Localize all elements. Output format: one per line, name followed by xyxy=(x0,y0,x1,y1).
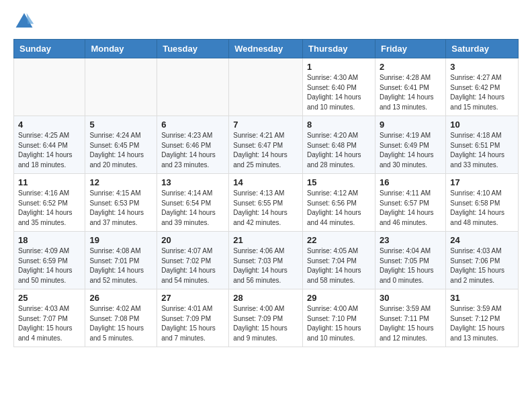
day-number: 23 xyxy=(380,235,441,245)
day-number: 3 xyxy=(450,62,514,72)
day-info: Sunrise: 4:27 AM Sunset: 6:42 PM Dayligh… xyxy=(450,73,514,112)
day-number: 19 xyxy=(89,235,152,245)
day-number: 24 xyxy=(450,235,514,245)
calendar-cell: 18Sunrise: 4:09 AM Sunset: 6:59 PM Dayli… xyxy=(14,232,85,289)
calendar-cell: 24Sunrise: 4:03 AM Sunset: 7:06 PM Dayli… xyxy=(446,232,519,289)
weekday-header: Thursday xyxy=(303,40,375,58)
calendar-cell: 12Sunrise: 4:15 AM Sunset: 6:53 PM Dayli… xyxy=(85,174,157,232)
calendar-cell: 19Sunrise: 4:08 AM Sunset: 7:01 PM Dayli… xyxy=(85,232,157,289)
weekday-header: Friday xyxy=(375,40,445,58)
calendar-week-row: 11Sunrise: 4:16 AM Sunset: 6:52 PM Dayli… xyxy=(14,174,519,232)
day-info: Sunrise: 4:10 AM Sunset: 6:58 PM Dayligh… xyxy=(450,189,514,228)
calendar-cell: 14Sunrise: 4:13 AM Sunset: 6:55 PM Dayli… xyxy=(229,174,303,232)
day-number: 30 xyxy=(380,293,441,303)
calendar-cell: 16Sunrise: 4:11 AM Sunset: 6:57 PM Dayli… xyxy=(375,174,445,232)
day-info: Sunrise: 4:28 AM Sunset: 6:41 PM Dayligh… xyxy=(380,73,441,112)
day-number: 11 xyxy=(18,177,81,187)
day-number: 5 xyxy=(89,120,152,130)
weekday-header: Tuesday xyxy=(157,40,229,58)
logo xyxy=(13,11,38,32)
day-info: Sunrise: 4:18 AM Sunset: 6:51 PM Dayligh… xyxy=(450,131,514,170)
day-info: Sunrise: 4:30 AM Sunset: 6:40 PM Dayligh… xyxy=(307,73,371,112)
day-info: Sunrise: 4:07 AM Sunset: 7:02 PM Dayligh… xyxy=(161,246,224,285)
day-info: Sunrise: 4:24 AM Sunset: 6:45 PM Dayligh… xyxy=(89,131,152,170)
day-info: Sunrise: 4:25 AM Sunset: 6:44 PM Dayligh… xyxy=(18,131,81,170)
day-info: Sunrise: 4:01 AM Sunset: 7:09 PM Dayligh… xyxy=(161,304,224,343)
calendar-cell: 15Sunrise: 4:12 AM Sunset: 6:56 PM Dayli… xyxy=(303,174,375,232)
day-number: 16 xyxy=(380,177,441,187)
day-info: Sunrise: 4:12 AM Sunset: 6:56 PM Dayligh… xyxy=(307,189,371,228)
calendar-cell: 27Sunrise: 4:01 AM Sunset: 7:09 PM Dayli… xyxy=(157,289,229,347)
day-info: Sunrise: 4:09 AM Sunset: 6:59 PM Dayligh… xyxy=(18,246,81,285)
day-info: Sunrise: 3:59 AM Sunset: 7:11 PM Dayligh… xyxy=(380,304,441,343)
calendar-header-row: SundayMondayTuesdayWednesdayThursdayFrid… xyxy=(14,40,519,58)
calendar-cell: 17Sunrise: 4:10 AM Sunset: 6:58 PM Dayli… xyxy=(446,174,519,232)
day-info: Sunrise: 4:13 AM Sunset: 6:55 PM Dayligh… xyxy=(233,189,298,228)
day-number: 27 xyxy=(161,293,224,303)
calendar-cell xyxy=(229,58,303,116)
calendar-cell: 29Sunrise: 4:00 AM Sunset: 7:10 PM Dayli… xyxy=(303,289,375,347)
calendar-cell: 31Sunrise: 3:59 AM Sunset: 7:12 PM Dayli… xyxy=(446,289,519,347)
day-info: Sunrise: 4:15 AM Sunset: 6:53 PM Dayligh… xyxy=(89,189,152,228)
svg-marker-1 xyxy=(27,13,34,24)
day-info: Sunrise: 4:06 AM Sunset: 7:03 PM Dayligh… xyxy=(233,246,298,285)
page: SundayMondayTuesdayWednesdayThursdayFrid… xyxy=(0,0,532,411)
day-number: 20 xyxy=(161,235,224,245)
day-number: 15 xyxy=(307,177,371,187)
calendar-cell xyxy=(85,58,157,116)
weekday-header: Wednesday xyxy=(229,40,303,58)
calendar-week-row: 4Sunrise: 4:25 AM Sunset: 6:44 PM Daylig… xyxy=(14,116,519,174)
weekday-header: Saturday xyxy=(446,40,519,58)
calendar-cell: 7Sunrise: 4:21 AM Sunset: 6:47 PM Daylig… xyxy=(229,116,303,174)
calendar-cell xyxy=(157,58,229,116)
day-info: Sunrise: 4:03 AM Sunset: 7:06 PM Dayligh… xyxy=(450,246,514,285)
day-info: Sunrise: 4:02 AM Sunset: 7:08 PM Dayligh… xyxy=(89,304,152,343)
calendar-cell: 25Sunrise: 4:03 AM Sunset: 7:07 PM Dayli… xyxy=(14,289,85,347)
calendar-cell: 8Sunrise: 4:20 AM Sunset: 6:48 PM Daylig… xyxy=(303,116,375,174)
day-number: 10 xyxy=(450,120,514,130)
day-info: Sunrise: 4:00 AM Sunset: 7:09 PM Dayligh… xyxy=(233,304,298,343)
day-info: Sunrise: 4:03 AM Sunset: 7:07 PM Dayligh… xyxy=(18,304,81,343)
day-info: Sunrise: 4:23 AM Sunset: 6:46 PM Dayligh… xyxy=(161,131,224,170)
day-number: 14 xyxy=(233,177,298,187)
weekday-header: Monday xyxy=(85,40,157,58)
calendar-cell: 9Sunrise: 4:19 AM Sunset: 6:49 PM Daylig… xyxy=(375,116,445,174)
calendar-week-row: 18Sunrise: 4:09 AM Sunset: 6:59 PM Dayli… xyxy=(14,232,519,289)
day-number: 7 xyxy=(233,120,298,130)
calendar-cell: 2Sunrise: 4:28 AM Sunset: 6:41 PM Daylig… xyxy=(375,58,445,116)
calendar-cell: 21Sunrise: 4:06 AM Sunset: 7:03 PM Dayli… xyxy=(229,232,303,289)
calendar-cell: 22Sunrise: 4:05 AM Sunset: 7:04 PM Dayli… xyxy=(303,232,375,289)
day-info: Sunrise: 4:04 AM Sunset: 7:05 PM Dayligh… xyxy=(380,246,441,285)
day-number: 4 xyxy=(18,120,81,130)
day-info: Sunrise: 4:21 AM Sunset: 6:47 PM Dayligh… xyxy=(233,131,298,170)
day-number: 26 xyxy=(89,293,152,303)
day-number: 6 xyxy=(161,120,224,130)
calendar-cell: 26Sunrise: 4:02 AM Sunset: 7:08 PM Dayli… xyxy=(85,289,157,347)
calendar-cell: 28Sunrise: 4:00 AM Sunset: 7:09 PM Dayli… xyxy=(229,289,303,347)
day-info: Sunrise: 4:19 AM Sunset: 6:49 PM Dayligh… xyxy=(380,131,441,170)
day-info: Sunrise: 4:05 AM Sunset: 7:04 PM Dayligh… xyxy=(307,246,371,285)
day-info: Sunrise: 3:59 AM Sunset: 7:12 PM Dayligh… xyxy=(450,304,514,343)
calendar-week-row: 25Sunrise: 4:03 AM Sunset: 7:07 PM Dayli… xyxy=(14,289,519,347)
logo-icon xyxy=(13,11,35,32)
calendar-cell: 10Sunrise: 4:18 AM Sunset: 6:51 PM Dayli… xyxy=(446,116,519,174)
day-number: 31 xyxy=(450,293,514,303)
calendar-cell: 6Sunrise: 4:23 AM Sunset: 6:46 PM Daylig… xyxy=(157,116,229,174)
day-number: 21 xyxy=(233,235,298,245)
day-info: Sunrise: 4:00 AM Sunset: 7:10 PM Dayligh… xyxy=(307,304,371,343)
day-info: Sunrise: 4:08 AM Sunset: 7:01 PM Dayligh… xyxy=(89,246,152,285)
day-info: Sunrise: 4:11 AM Sunset: 6:57 PM Dayligh… xyxy=(380,189,441,228)
calendar-cell: 4Sunrise: 4:25 AM Sunset: 6:44 PM Daylig… xyxy=(14,116,85,174)
day-number: 2 xyxy=(380,62,441,72)
calendar-cell: 20Sunrise: 4:07 AM Sunset: 7:02 PM Dayli… xyxy=(157,232,229,289)
day-info: Sunrise: 4:14 AM Sunset: 6:54 PM Dayligh… xyxy=(161,189,224,228)
calendar-cell: 1Sunrise: 4:30 AM Sunset: 6:40 PM Daylig… xyxy=(303,58,375,116)
day-number: 17 xyxy=(450,177,514,187)
day-number: 1 xyxy=(307,62,371,72)
calendar-cell: 5Sunrise: 4:24 AM Sunset: 6:45 PM Daylig… xyxy=(85,116,157,174)
day-number: 25 xyxy=(18,293,81,303)
day-info: Sunrise: 4:20 AM Sunset: 6:48 PM Dayligh… xyxy=(307,131,371,170)
calendar-cell: 30Sunrise: 3:59 AM Sunset: 7:11 PM Dayli… xyxy=(375,289,445,347)
day-number: 9 xyxy=(380,120,441,130)
calendar-cell: 13Sunrise: 4:14 AM Sunset: 6:54 PM Dayli… xyxy=(157,174,229,232)
